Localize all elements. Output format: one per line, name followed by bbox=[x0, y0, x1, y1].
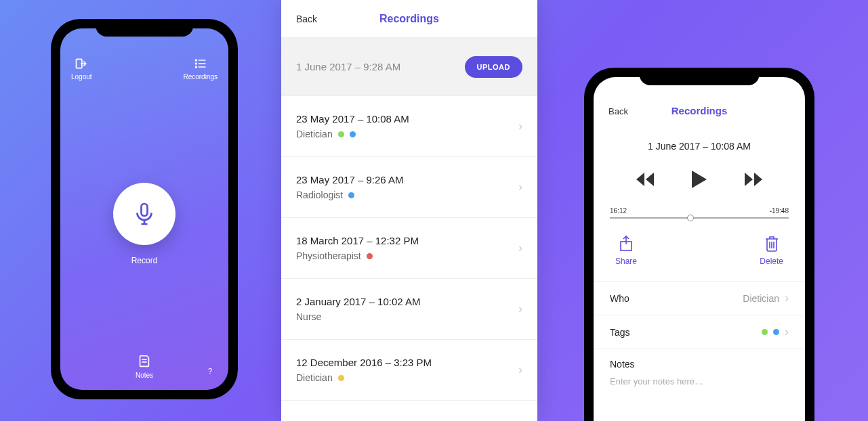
tag-dot-blue bbox=[348, 192, 354, 198]
upload-button[interactable]: UPLOAD bbox=[465, 56, 522, 78]
list-item[interactable]: 2 January 2017 – 10:02 AMNurse› bbox=[281, 279, 537, 340]
svg-marker-12 bbox=[692, 171, 707, 188]
list-item[interactable]: 23 May 2017 – 9:26 AMRadiologist› bbox=[281, 157, 537, 218]
svg-marker-13 bbox=[745, 173, 753, 186]
playback-slider[interactable] bbox=[610, 217, 789, 219]
share-button[interactable]: Share bbox=[615, 235, 637, 266]
list-item-date: 23 May 2017 – 10:08 AM bbox=[296, 113, 409, 125]
list-item-role: Dietician bbox=[296, 372, 333, 383]
list-item-date: 23 May 2017 – 9:26 AM bbox=[296, 174, 403, 185]
help-button[interactable]: ? bbox=[208, 367, 212, 375]
rewind-icon bbox=[636, 173, 654, 186]
who-value: Dietician bbox=[743, 293, 779, 304]
microphone-icon bbox=[132, 202, 157, 226]
list-item[interactable]: 18 March 2017 – 12:32 PMPhysiotherapist› bbox=[281, 218, 537, 279]
tag-dot-green bbox=[338, 131, 344, 137]
tag-dot-blue bbox=[350, 131, 356, 137]
fast-forward-icon bbox=[745, 173, 762, 186]
record-button[interactable] bbox=[113, 183, 175, 245]
time-elapsed: 16:12 bbox=[610, 207, 627, 215]
svg-point-5 bbox=[195, 63, 197, 64]
chevron-right-icon: › bbox=[518, 119, 522, 133]
logout-label: Logout bbox=[71, 73, 92, 81]
notes-label: Notes bbox=[136, 372, 153, 379]
chevron-right-icon: › bbox=[785, 291, 789, 305]
list-item[interactable]: 12 December 2016 – 3:23 PMDietician› bbox=[281, 340, 537, 401]
svg-marker-14 bbox=[754, 173, 762, 186]
svg-rect-7 bbox=[142, 204, 148, 216]
list-icon bbox=[194, 57, 207, 70]
play-button[interactable] bbox=[692, 171, 707, 191]
chevron-right-icon: › bbox=[785, 325, 789, 339]
svg-point-4 bbox=[195, 60, 197, 61]
list-item-role: Radiologist bbox=[296, 190, 343, 200]
trash-icon bbox=[764, 235, 779, 252]
upload-date: 1 June 2017 – 9:28 AM bbox=[296, 61, 400, 72]
list-item-role: Dietician bbox=[296, 129, 333, 139]
list-item[interactable]: 23 May 2017 – 10:08 AMDietician› bbox=[281, 96, 537, 157]
chevron-right-icon: › bbox=[518, 363, 522, 377]
notes-button[interactable]: Notes bbox=[136, 354, 153, 379]
phone-notch bbox=[96, 19, 193, 37]
list-item-date: 12 December 2016 – 3:23 PM bbox=[296, 357, 432, 368]
slider-thumb[interactable] bbox=[687, 215, 694, 221]
recordings-label: Recordings bbox=[183, 73, 218, 81]
svg-marker-10 bbox=[636, 173, 644, 186]
recordings-button[interactable]: Recordings bbox=[183, 57, 218, 81]
chevron-right-icon: › bbox=[518, 302, 522, 316]
notes-label: Notes bbox=[610, 359, 789, 370]
page-title: Recordings bbox=[379, 13, 439, 25]
svg-marker-11 bbox=[646, 173, 654, 186]
logout-icon bbox=[75, 57, 88, 70]
notes-input[interactable]: Enter your notes here… bbox=[610, 376, 789, 386]
list-item-date: 18 March 2017 – 12:32 PM bbox=[296, 235, 419, 246]
delete-button[interactable]: Delete bbox=[760, 235, 783, 266]
time-remaining: -19:48 bbox=[770, 207, 789, 215]
page-title: Recordings bbox=[671, 105, 728, 116]
who-row[interactable]: Who Dietician › bbox=[594, 281, 805, 315]
notes-icon bbox=[137, 354, 152, 369]
record-label: Record bbox=[131, 256, 158, 265]
logout-button[interactable]: Logout bbox=[71, 57, 92, 81]
list-item-role: Nurse bbox=[296, 311, 321, 322]
back-button[interactable]: Back bbox=[608, 106, 628, 116]
back-button[interactable]: Back bbox=[296, 14, 317, 24]
notes-row[interactable]: Notes Enter your notes here… bbox=[594, 349, 805, 396]
phone-record-screen: Logout Recordings Record bbox=[51, 19, 238, 399]
tags-row[interactable]: Tags › bbox=[594, 315, 805, 349]
who-label: Who bbox=[610, 293, 629, 304]
upload-row: 1 June 2017 – 9:28 AM UPLOAD bbox=[281, 38, 537, 96]
chevron-right-icon: › bbox=[518, 180, 522, 194]
tags-label: Tags bbox=[610, 327, 630, 338]
play-icon bbox=[692, 171, 707, 188]
phone-notch bbox=[640, 68, 760, 85]
chevron-right-icon: › bbox=[518, 241, 522, 255]
phone-player-screen: Back Recordings 1 June 2017 – 10:08 AM bbox=[584, 68, 814, 421]
rewind-button[interactable] bbox=[636, 173, 654, 189]
list-item-role: Physiotherapist bbox=[296, 250, 361, 261]
delete-label: Delete bbox=[760, 257, 783, 266]
tag-dot-yellow bbox=[338, 375, 344, 381]
fast-forward-button[interactable] bbox=[745, 173, 762, 189]
tag-dot-green bbox=[762, 329, 768, 335]
tag-dot-red bbox=[367, 253, 373, 259]
share-icon bbox=[619, 235, 634, 252]
share-label: Share bbox=[615, 257, 637, 266]
tag-dot-blue bbox=[773, 329, 779, 335]
player-date: 1 June 2017 – 10:08 AM bbox=[594, 141, 805, 152]
svg-point-6 bbox=[195, 66, 197, 68]
recordings-list-panel: Back Recordings 1 June 2017 – 9:28 AM UP… bbox=[281, 0, 537, 421]
list-item-date: 2 January 2017 – 10:02 AM bbox=[296, 296, 420, 307]
